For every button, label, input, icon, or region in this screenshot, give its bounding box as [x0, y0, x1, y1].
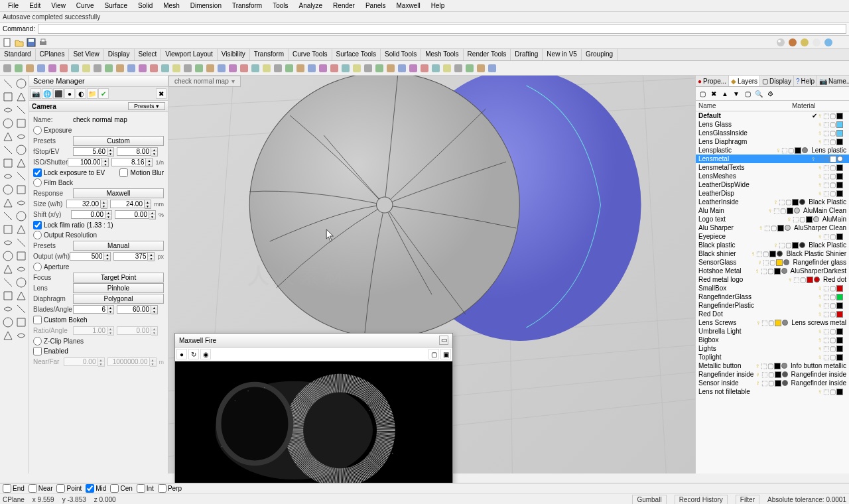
layer-color-swatch[interactable] [776, 259, 783, 266]
scene-tab-icon[interactable]: ⬛ [53, 88, 64, 99]
lock-icon[interactable]: ⬚ [816, 155, 822, 162]
tool-icon[interactable] [1, 316, 14, 328]
layer-tool-icon[interactable]: ⚙ [765, 88, 775, 99]
layer-row[interactable]: Eyepiece ♀ ⬚ ▢ [696, 232, 849, 241]
lightbulb-icon[interactable]: ♀ [776, 147, 781, 154]
lightbulb-icon[interactable]: ♀ [818, 345, 823, 352]
lightbulb-icon[interactable]: ♀ [818, 121, 823, 128]
lightbulb-icon[interactable]: ♀ [818, 112, 823, 119]
menu-item[interactable]: Surface [99, 1, 133, 11]
bokeh-check[interactable] [33, 316, 42, 324]
play-icon[interactable]: ● [176, 349, 187, 359]
lightbulb-icon[interactable]: ♀ [818, 284, 823, 292]
osnap-check[interactable] [137, 484, 145, 493]
lightbulb-icon[interactable]: ♀ [818, 138, 823, 145]
lock-icon[interactable]: ⬚ [779, 198, 785, 206]
layer-tool-icon[interactable]: 🔍 [753, 88, 764, 99]
layer-row[interactable]: LensGlassInside ♀ ⬚ ▢ [696, 129, 849, 137]
response-btn[interactable]: Maxwell [73, 188, 164, 198]
ribbon-tool-icon[interactable] [35, 62, 46, 74]
osnap-check[interactable] [56, 484, 65, 493]
new-layer-icon[interactable]: ▢ [697, 88, 708, 99]
tab-display[interactable]: ▢Display [760, 76, 794, 86]
ribbon-tool-icon[interactable] [238, 62, 249, 74]
lock-icon[interactable]: ⬚ [823, 233, 829, 240]
layer-color-swatch[interactable] [836, 285, 843, 292]
tool-icon[interactable] [1, 103, 14, 116]
ribbon-tool-icon[interactable] [385, 62, 396, 74]
lightbulb-icon[interactable]: ♀ [773, 241, 779, 249]
tool-icon[interactable] [15, 170, 27, 182]
layer-color-swatch[interactable] [836, 294, 843, 300]
ribbon-tool-icon[interactable] [486, 62, 497, 74]
sublayer-icon[interactable]: ▢ [830, 353, 836, 361]
menu-item[interactable]: File [3, 1, 24, 11]
material-dot-icon[interactable] [813, 216, 819, 222]
lightbulb-icon[interactable]: ♀ [756, 319, 761, 326]
save-icon[interactable] [25, 36, 36, 48]
ribbon-tool-icon[interactable] [419, 62, 430, 74]
render-icon[interactable]: ◉ [200, 349, 211, 359]
film-radio[interactable] [33, 178, 42, 187]
layer-color-swatch[interactable] [792, 242, 799, 249]
lightbulb-icon[interactable]: ♀ [818, 336, 823, 344]
lock-icon[interactable]: ⬚ [823, 112, 829, 119]
layer-list[interactable]: Default ✔ ♀ ⬚ ▢ Lens Glass ♀ ⬚ ▢ LensGla… [696, 111, 849, 473]
tab-item[interactable]: Solid Tools [381, 49, 421, 60]
layer-color-swatch[interactable] [775, 380, 781, 387]
aperture-radio[interactable] [33, 263, 42, 271]
layer-row[interactable]: Hotshoe Metal ♀ ⬚ ▢ AluSharperDarkest [696, 267, 849, 275]
lightbulb-icon[interactable]: ♀ [818, 310, 823, 318]
ribbon-tool-icon[interactable] [283, 62, 294, 74]
ribbon-tool-icon[interactable] [452, 62, 464, 74]
lock-icon[interactable]: ⬚ [823, 129, 829, 137]
material-sphere-icon[interactable] [811, 36, 822, 48]
layer-color-swatch[interactable] [836, 164, 843, 171]
layer-color-swatch[interactable] [836, 389, 843, 395]
tab-layers[interactable]: ◆Layers [729, 76, 760, 86]
lightbulb-icon[interactable]: ♀ [755, 267, 760, 275]
layer-color-swatch[interactable] [836, 233, 843, 240]
tool-icon[interactable] [15, 302, 27, 315]
tool-icon[interactable] [15, 143, 27, 156]
sublayer-icon[interactable]: ▢ [830, 129, 836, 137]
tool-icon[interactable] [1, 130, 14, 143]
scene-tab-icon[interactable]: ✖ [156, 88, 166, 99]
material-dot-icon[interactable] [802, 147, 808, 153]
sublayer-icon[interactable]: ▢ [823, 155, 829, 162]
print-icon[interactable] [37, 36, 48, 48]
lightbulb-icon[interactable]: ♀ [818, 190, 823, 197]
layer-color-swatch[interactable] [775, 371, 781, 378]
material-dot-icon[interactable] [783, 259, 789, 265]
ribbon-tool-icon[interactable] [373, 62, 385, 74]
menu-item[interactable]: Transform [227, 1, 267, 11]
osnap-check[interactable] [110, 484, 119, 493]
sublayer-icon[interactable]: ▢ [767, 267, 773, 275]
layer-color-swatch[interactable] [836, 302, 843, 309]
lock-ratio-check[interactable] [33, 221, 42, 229]
lightbulb-icon[interactable]: ♀ [755, 379, 761, 387]
lock-icon[interactable]: ⬚ [823, 121, 829, 128]
material-dot-icon[interactable] [782, 380, 788, 386]
maxwell-titlebar[interactable]: Maxwell Fire ▭ [175, 334, 452, 347]
sublayer-icon[interactable]: ▢ [788, 147, 794, 154]
ribbon-tool-icon[interactable] [407, 62, 419, 74]
tool-icon[interactable] [1, 263, 14, 275]
layer-row[interactable]: Black plastic ♀ ⬚ ▢ Black Plastic [696, 241, 849, 249]
tool-icon[interactable] [15, 77, 27, 90]
lock-icon[interactable]: ⬚ [761, 362, 767, 369]
ribbon-tool-icon[interactable] [159, 62, 170, 74]
menu-item[interactable]: Maxwell [391, 1, 426, 11]
layer-row[interactable]: Sensor inside ♀ ⬚ ▢ Rangefinder inside [696, 379, 849, 387]
layer-color-swatch[interactable] [836, 113, 843, 119]
lock-icon[interactable]: ⬚ [823, 164, 829, 171]
lightbulb-icon[interactable]: ♀ [818, 233, 823, 240]
shift-y-input[interactable] [115, 210, 149, 219]
sublayer-icon[interactable]: ▢ [830, 302, 836, 309]
layer-color-swatch[interactable] [774, 363, 781, 369]
layer-color-swatch[interactable] [836, 190, 843, 197]
osnap-int[interactable]: Int [137, 484, 154, 493]
layer-color-swatch[interactable] [807, 277, 813, 283]
layer-color-swatch[interactable] [836, 328, 843, 335]
open-icon[interactable] [13, 36, 25, 48]
